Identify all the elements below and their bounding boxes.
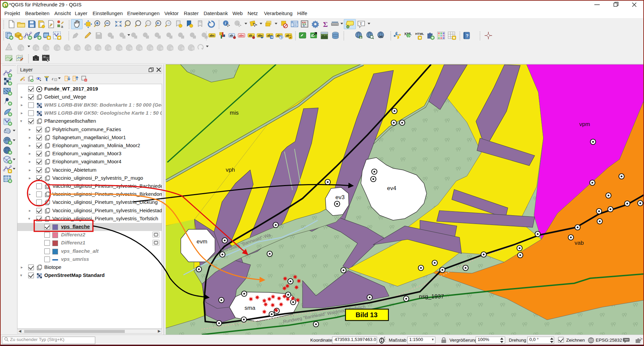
svg-text:?: ? (466, 33, 469, 38)
svg-text:mis: mis (230, 110, 238, 116)
svg-text:o: o (35, 58, 37, 60)
svg-text:nsg_1937: nsg_1937 (419, 293, 444, 300)
svg-text:ev4: ev4 (387, 185, 396, 191)
svg-text:T: T (360, 21, 362, 26)
svg-text:ab: ab (230, 34, 233, 37)
svg-text:HTML: HTML (415, 32, 424, 36)
svg-text:1:1: 1:1 (147, 22, 150, 24)
svg-text:iD: iD (311, 34, 315, 38)
svg-text:abc: abc (210, 34, 215, 37)
svg-text:sma: sma (245, 305, 256, 311)
svg-text:evm: evm (197, 238, 207, 245)
svg-text:abc: abc (239, 34, 245, 37)
svg-text:abc: abc (258, 34, 263, 37)
svg-text:Σ: Σ (323, 20, 328, 28)
svg-text:vph: vph (226, 167, 235, 173)
svg-text:ab: ab (249, 34, 253, 37)
svg-text:WMS: WMS (5, 138, 10, 140)
svg-text:ev3: ev3 (335, 194, 344, 200)
svg-text:Bild 13: Bild 13 (356, 311, 378, 319)
svg-text:ε: ε (52, 76, 54, 81)
svg-text:vab: vab (575, 240, 584, 246)
svg-text:vpm: vpm (579, 121, 590, 127)
svg-text:a: a (61, 24, 63, 28)
